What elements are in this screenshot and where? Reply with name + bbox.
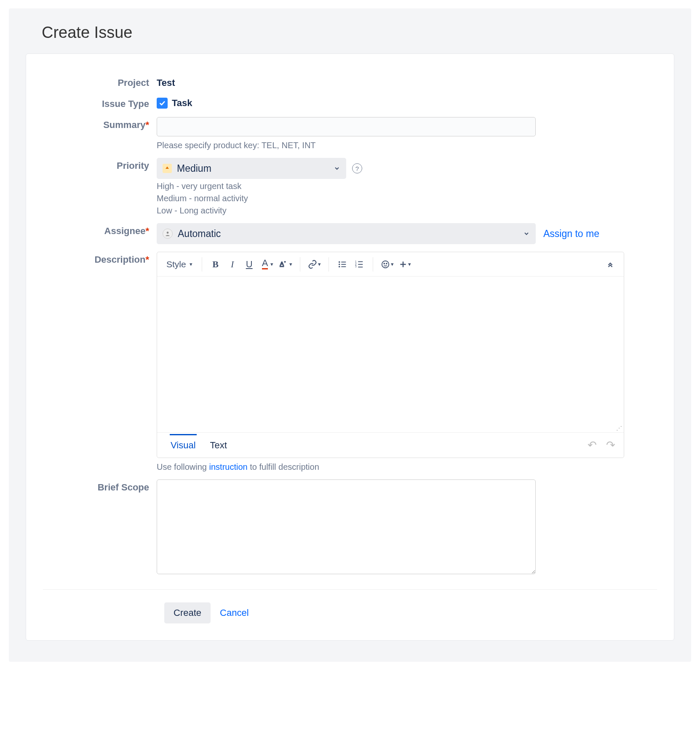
resize-handle-icon[interactable]: ⋰ (616, 425, 622, 431)
editor-footer: Visual Text ↶ ↷ (157, 432, 624, 458)
redo-button[interactable]: ↷ (606, 439, 615, 452)
label-brief-scope: Brief Scope (43, 479, 157, 493)
label-description: Description* (43, 252, 157, 265)
svg-rect-14 (358, 266, 363, 267)
priority-select[interactable]: Medium (157, 158, 346, 179)
issue-type-text: Task (172, 98, 192, 109)
page-container: Create Issue Project Test Issue Type Tas… (9, 8, 691, 662)
label-summary: Summary* (43, 117, 157, 130)
project-value: Test (157, 75, 657, 88)
priority-value: Medium (177, 163, 211, 174)
editor-body[interactable]: ⋰ (157, 277, 624, 432)
svg-point-0 (167, 232, 169, 234)
svg-text:3: 3 (355, 265, 357, 268)
svg-point-7 (339, 266, 340, 267)
svg-point-15 (382, 261, 389, 268)
chevron-down-icon (523, 228, 530, 240)
svg-rect-12 (358, 264, 363, 265)
summary-helper: Please specify product key: TEL, NET, IN… (157, 141, 657, 150)
numbered-list-button[interactable]: 123 (352, 256, 367, 273)
description-helper: Use following instruction to fulfill des… (157, 462, 657, 472)
text-color-button[interactable]: A▾ (259, 256, 275, 273)
insert-button[interactable]: ▾ (397, 256, 413, 273)
svg-point-3 (339, 261, 340, 263)
brief-scope-textarea[interactable] (157, 479, 536, 574)
tab-text[interactable]: Text (209, 434, 228, 457)
row-assignee: Assignee* Automatic Assi (43, 223, 657, 244)
form-card: Project Test Issue Type Task Summary* (26, 53, 674, 641)
label-project: Project (43, 75, 157, 88)
form-actions: Create Cancel (164, 602, 657, 623)
assignee-value: Automatic (178, 228, 221, 240)
svg-rect-8 (342, 266, 346, 267)
editor-toolbar: Style▾ B I U A▾ Aᵒ▾ (157, 252, 624, 277)
page-title: Create Issue (42, 24, 674, 42)
tab-visual[interactable]: Visual (170, 434, 197, 457)
priority-helper: High - very urgent task Medium - normal … (157, 181, 657, 216)
row-project: Project Test (43, 75, 657, 88)
avatar-icon (163, 229, 173, 239)
svg-rect-10 (358, 261, 363, 262)
summary-input[interactable] (157, 117, 536, 136)
svg-text:A: A (280, 261, 284, 267)
task-icon (157, 98, 168, 109)
svg-point-5 (339, 264, 340, 265)
svg-point-16 (384, 263, 385, 264)
divider (43, 589, 657, 590)
cancel-button[interactable]: Cancel (220, 607, 248, 618)
collapse-toolbar-button[interactable] (603, 256, 618, 273)
italic-button[interactable]: I (225, 256, 240, 273)
underline-button[interactable]: U (242, 256, 257, 273)
row-priority: Priority Medium ? (43, 158, 657, 216)
link-button[interactable]: ▾ (306, 256, 323, 273)
priority-help-icon[interactable]: ? (352, 163, 362, 173)
emoji-button[interactable]: ▾ (379, 256, 395, 273)
description-textarea[interactable] (157, 277, 624, 432)
rich-text-editor: Style▾ B I U A▾ Aᵒ▾ (157, 252, 624, 458)
svg-rect-4 (342, 261, 346, 262)
assignee-select[interactable]: Automatic (157, 223, 536, 244)
label-priority: Priority (43, 158, 157, 171)
label-assignee: Assignee* (43, 223, 157, 237)
bullet-list-button[interactable] (335, 256, 350, 273)
issue-type-value: Task (157, 96, 657, 109)
svg-rect-6 (342, 264, 346, 265)
instruction-link[interactable]: instruction (209, 462, 248, 471)
bold-button[interactable]: B (208, 256, 223, 273)
svg-text:ᵒ: ᵒ (284, 261, 286, 264)
chevron-down-icon (334, 163, 340, 174)
row-brief-scope: Brief Scope (43, 479, 657, 577)
undo-button[interactable]: ↶ (588, 439, 597, 452)
clear-format-button[interactable]: Aᵒ▾ (277, 256, 294, 273)
label-issue-type: Issue Type (43, 96, 157, 109)
priority-medium-icon (163, 164, 172, 173)
row-description: Description* Style▾ B I U A▾ (43, 252, 657, 472)
style-dropdown[interactable]: Style▾ (163, 256, 196, 273)
row-issue-type: Issue Type Task (43, 96, 657, 109)
svg-point-17 (386, 263, 387, 264)
create-button[interactable]: Create (164, 602, 211, 623)
row-summary: Summary* Please specify product key: TEL… (43, 117, 657, 150)
assign-to-me-link[interactable]: Assign to me (543, 228, 599, 240)
